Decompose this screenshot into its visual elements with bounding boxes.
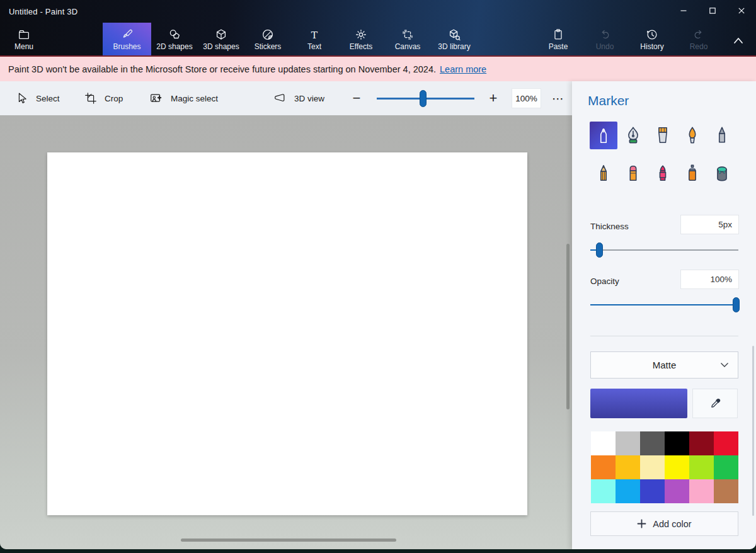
chevron-down-icon (720, 362, 729, 368)
panel-divider (590, 336, 738, 336)
maximize-icon (709, 7, 716, 14)
fill-bucket-icon (712, 163, 732, 183)
thickness-slider-thumb[interactable] (596, 242, 603, 258)
tab-brushes[interactable]: Brushes (103, 23, 151, 55)
thickness-label: Thickness (590, 222, 629, 231)
palette-swatch-4[interactable] (689, 431, 714, 455)
magic-select-label: Magic select (171, 94, 218, 103)
opacity-slider[interactable] (590, 296, 738, 314)
maximize-button[interactable] (698, 0, 727, 21)
3d-view-label: 3D view (294, 94, 324, 103)
opacity-input[interactable]: 100% (680, 270, 739, 289)
topbar: Untitled - Paint 3D Menu Brushes (0, 0, 756, 55)
brush-crayon[interactable] (649, 159, 677, 187)
pixel-pen-icon (712, 125, 732, 145)
palette-swatch-17[interactable] (714, 479, 738, 503)
cube-search-icon (426, 26, 483, 43)
palette-swatch-1[interactable] (616, 431, 640, 455)
brush-calligraphy-pen[interactable] (619, 122, 647, 149)
svg-text:T: T (311, 30, 318, 41)
learn-more-link[interactable]: Learn more (440, 64, 486, 74)
cursor-icon (15, 91, 29, 105)
more-options-button[interactable]: ⋯ (547, 81, 570, 115)
redo-button[interactable]: Redo (670, 23, 727, 55)
eyedropper-button[interactable] (692, 389, 738, 418)
folder-icon (1, 26, 47, 43)
current-color-swatch[interactable] (590, 389, 687, 418)
palette-swatch-7[interactable] (616, 455, 640, 479)
brush-grid (590, 122, 738, 187)
thickness-slider-track[interactable] (590, 249, 738, 251)
magic-select-tool[interactable]: Magic select (149, 81, 218, 115)
calligraphy-pen-icon (623, 125, 643, 145)
eraser-icon (623, 163, 643, 183)
palette-swatch-11[interactable] (714, 455, 738, 479)
palette-swatch-6[interactable] (591, 455, 616, 479)
palette-swatch-3[interactable] (665, 431, 689, 455)
brush-fill[interactable] (708, 159, 736, 187)
finish-dropdown[interactable]: Matte (590, 351, 738, 379)
palette-swatch-10[interactable] (689, 455, 714, 479)
drawing-canvas[interactable] (47, 152, 527, 515)
eyedropper-icon (708, 397, 722, 411)
zoom-slider-thumb[interactable] (420, 90, 427, 107)
color-palette (591, 431, 738, 503)
3d-view-button[interactable]: 3D view (272, 81, 324, 115)
vertical-scrollbar[interactable] (566, 244, 570, 409)
zoom-value-input[interactable]: 100% (512, 88, 541, 108)
panel-scrollbar[interactable] (752, 346, 754, 516)
crop-icon (84, 91, 98, 105)
palette-swatch-8[interactable] (640, 455, 665, 479)
thickness-input[interactable]: 5px (680, 215, 739, 234)
tab-3d-library[interactable]: 3D library (426, 23, 483, 55)
palette-swatch-16[interactable] (689, 479, 714, 503)
notification-bar: Paint 3D won't be available in the Micro… (0, 55, 756, 81)
select-label: Select (36, 94, 60, 103)
window-controls (669, 0, 756, 21)
crayon-icon (653, 163, 673, 183)
chevron-up-icon (732, 36, 745, 45)
brush-pencil[interactable] (590, 159, 617, 187)
palette-swatch-13[interactable] (616, 479, 640, 503)
select-tool[interactable]: Select (15, 81, 60, 115)
brush-eraser[interactable] (619, 159, 647, 187)
crop-tool[interactable]: Crop (84, 81, 123, 115)
brush-pixel-pen[interactable] (708, 122, 736, 149)
palette-swatch-14[interactable] (640, 479, 665, 503)
zoom-in-button[interactable]: + (485, 81, 501, 115)
opacity-slider-fill (590, 304, 738, 305)
pencil-icon (593, 163, 614, 183)
menu-button[interactable]: Menu (1, 23, 47, 55)
brush-marker[interactable] (590, 122, 617, 149)
palette-swatch-5[interactable] (714, 431, 738, 455)
minimize-button[interactable] (669, 0, 698, 21)
edit-toolbar: Select Crop Magic select 3D view − + 100… (0, 81, 572, 115)
palette-swatch-0[interactable] (591, 431, 616, 455)
palette-swatch-12[interactable] (591, 479, 616, 503)
menu-label: Menu (1, 42, 47, 51)
add-color-button[interactable]: Add color (590, 511, 738, 536)
spray-can-icon (682, 163, 702, 183)
crop-label: Crop (105, 94, 123, 103)
thickness-slider[interactable] (590, 241, 738, 259)
horizontal-scrollbar[interactable] (181, 539, 396, 542)
brush-oil-brush[interactable] (649, 122, 677, 149)
close-icon (738, 7, 745, 14)
collapse-ribbon-button[interactable] (724, 30, 752, 50)
brush-panel: Marker (572, 81, 756, 549)
oil-brush-icon (653, 125, 673, 145)
3d-view-icon (272, 91, 287, 105)
zoom-out-button[interactable]: − (348, 81, 365, 115)
palette-swatch-15[interactable] (665, 479, 689, 503)
close-button[interactable] (727, 0, 756, 21)
opacity-slider-thumb[interactable] (733, 297, 740, 312)
palette-swatch-9[interactable] (665, 455, 689, 479)
brushes-label: Brushes (103, 42, 151, 51)
zoom-slider[interactable] (377, 81, 474, 115)
palette-swatch-2[interactable] (640, 431, 665, 455)
canvas-area (0, 115, 572, 549)
brush-spray-can[interactable] (679, 159, 706, 187)
notification-text: Paint 3D won't be available in the Micro… (8, 64, 436, 74)
brush-watercolor[interactable] (679, 122, 706, 149)
plus-icon (637, 519, 646, 528)
